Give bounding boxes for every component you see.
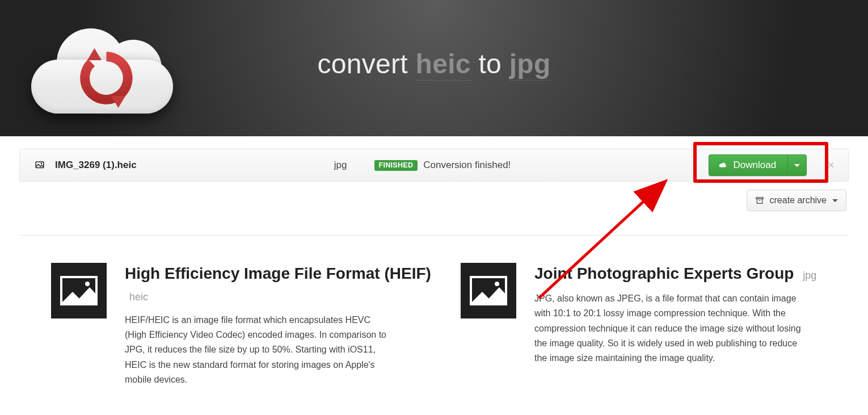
jpg-title: Joint Photographic Experts Group jpg [534,263,816,284]
from-format-link[interactable]: heic [416,49,471,81]
archive-icon [755,196,764,205]
image-format-icon [51,263,107,318]
format-info-section: High Efficiency Image File Format (HEIF)… [0,236,868,388]
page-header: convert heic to jpg [0,0,868,136]
conversion-row: IMG_3269 (1).heic jpg FINISHED Conversio… [19,149,849,182]
svg-point-3 [41,163,42,164]
download-label: Download [734,160,777,171]
page-title: convert heic to jpg [0,48,868,79]
image-format-icon [461,263,516,318]
to-format-link[interactable]: jpg [509,49,551,81]
archive-label: create archive [770,195,827,206]
chevron-down-icon [832,199,838,202]
heif-title: High Efficiency Image File Format (HEIF)… [125,263,438,306]
title-prefix: convert [317,49,408,79]
heif-title-text: High Efficiency Image File Format (HEIF) [125,265,431,282]
svg-rect-6 [757,199,762,203]
svg-rect-2 [36,162,44,168]
heif-subtitle: heic [129,291,148,303]
archive-row: create archive [0,182,868,221]
download-dropdown-toggle[interactable] [787,154,807,176]
jpg-subtitle: jpg [803,270,816,281]
remove-file-button[interactable]: × [824,158,838,173]
chevron-down-icon [794,164,800,167]
cloud-download-icon [718,161,728,169]
status-badge: FINISHED [374,160,418,171]
download-button-group: Download [709,154,807,176]
jpg-title-text: Joint Photographic Experts Group [534,265,794,282]
download-button[interactable]: Download [709,154,788,176]
image-file-icon [35,160,45,170]
heif-info-column: High Efficiency Image File Format (HEIF)… [51,263,438,388]
conversion-area: IMG_3269 (1).heic jpg FINISHED Conversio… [0,136,868,182]
file-name: IMG_3269 (1).heic [55,160,137,171]
heif-description: HEIF/HEIC is an image file format which … [125,313,391,388]
status-text: Conversion finished! [423,160,511,171]
output-extension: jpg [334,160,347,171]
jpg-description: JPG, also known as JPEG, is a file forma… [534,291,801,366]
title-mid: to [478,49,502,79]
jpg-info-column: Joint Photographic Experts Group jpg JPG… [461,263,848,388]
create-archive-button[interactable]: create archive [747,190,847,211]
